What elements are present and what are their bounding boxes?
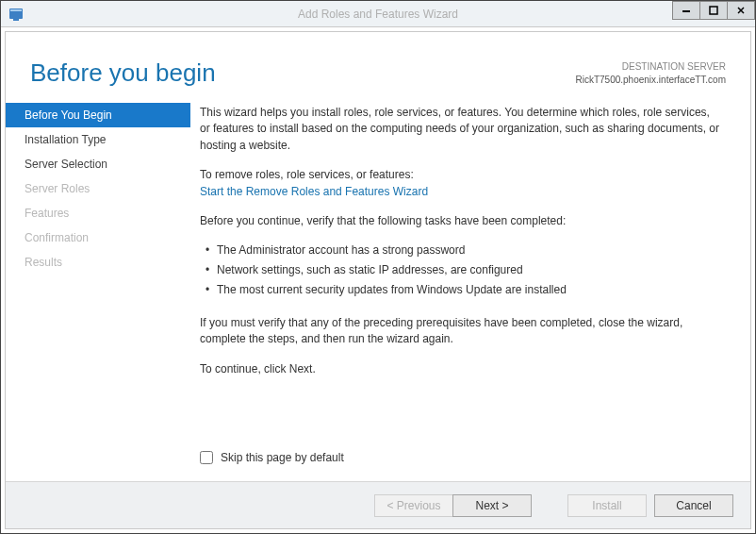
footer: < Previous Next > Install Cancel xyxy=(6,481,750,528)
sidebar-item-before-you-begin[interactable]: Before You Begin xyxy=(6,103,190,127)
intro-text: This wizard helps you install roles, rol… xyxy=(200,105,722,154)
install-button: Install xyxy=(567,494,647,517)
maximize-button[interactable] xyxy=(699,1,728,20)
previous-button: < Previous xyxy=(374,494,453,517)
wizard-window: Add Roles and Features Wizard Before you… xyxy=(0,0,756,534)
destination-info: DESTINATION SERVER RickT7500.phoenix.int… xyxy=(575,58,726,87)
window-controls xyxy=(673,1,755,20)
window-title: Add Roles and Features Wizard xyxy=(298,8,458,21)
nav-button-group: < Previous Next > xyxy=(374,494,532,517)
sidebar-item-server-roles: Server Roles xyxy=(6,176,190,201)
prerequisite-list: The Administrator account has a strong p… xyxy=(205,242,722,301)
list-item: The most current security updates from W… xyxy=(205,282,722,298)
sidebar-item-results: Results xyxy=(6,250,190,275)
cancel-button[interactable]: Cancel xyxy=(654,494,733,517)
svg-rect-2 xyxy=(13,19,19,21)
skip-label: Skip this page by default xyxy=(221,451,344,464)
skip-checkbox[interactable] xyxy=(200,451,213,464)
svg-rect-1 xyxy=(10,9,22,11)
verify-close-text: If you must verify that any of the prece… xyxy=(200,315,722,348)
list-item: Network settings, such as static IP addr… xyxy=(205,262,722,278)
window-body: Before you begin DESTINATION SERVER Rick… xyxy=(1,27,755,533)
sidebar: Before You Begin Installation Type Serve… xyxy=(6,95,190,481)
body-region: Before You Begin Installation Type Serve… xyxy=(6,95,750,481)
header-region: Before you begin DESTINATION SERVER Rick… xyxy=(6,32,750,95)
sidebar-item-features: Features xyxy=(6,201,190,225)
content-frame: Before you begin DESTINATION SERVER Rick… xyxy=(5,31,751,529)
remove-label: To remove roles, role services, or featu… xyxy=(200,167,722,183)
svg-rect-3 xyxy=(682,10,690,12)
svg-rect-4 xyxy=(710,7,717,14)
main-content: This wizard helps you install roles, rol… xyxy=(190,95,750,481)
sidebar-item-installation-type[interactable]: Installation Type xyxy=(6,127,190,152)
destination-label: DESTINATION SERVER xyxy=(575,60,726,74)
continue-text: To continue, click Next. xyxy=(200,361,722,377)
remove-roles-link[interactable]: Start the Remove Roles and Features Wiza… xyxy=(200,184,722,200)
list-item: The Administrator account has a strong p… xyxy=(205,242,722,259)
destination-name: RickT7500.phoenix.interfaceTT.com xyxy=(575,74,726,87)
titlebar: Add Roles and Features Wizard xyxy=(1,1,755,27)
sidebar-item-confirmation: Confirmation xyxy=(6,225,190,250)
close-button[interactable] xyxy=(727,1,755,20)
minimize-button[interactable] xyxy=(672,1,700,20)
page-title: Before you begin xyxy=(30,58,216,88)
app-icon xyxy=(7,5,25,24)
remove-section: To remove roles, role services, or featu… xyxy=(200,167,722,200)
sidebar-item-server-selection[interactable]: Server Selection xyxy=(6,152,190,176)
next-button[interactable]: Next > xyxy=(452,494,532,517)
verify-intro: Before you continue, verify that the fol… xyxy=(200,213,722,229)
skip-row: Skip this page by default xyxy=(200,451,722,474)
